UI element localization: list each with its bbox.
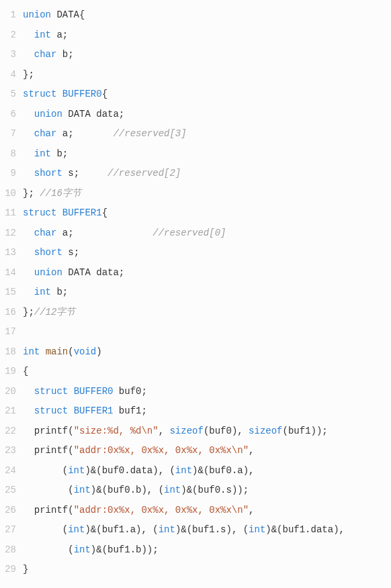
token-pl: b; (56, 49, 73, 60)
code-line: (int)&(buf1.b)); (23, 540, 391, 560)
token-kw: int (159, 524, 175, 535)
token-str: "size:%d, %d\n" (74, 426, 159, 436)
line-number: 28 (0, 540, 16, 560)
token-pl: buf0; (113, 386, 146, 397)
line-number: 22 (0, 422, 16, 442)
token-kw: char (34, 228, 57, 238)
code-line: char a; //reserved[3] (23, 124, 391, 144)
token-pl: , (249, 505, 254, 516)
code-content: union DATA{ int a; char b;};struct BUFFE… (23, 5, 391, 580)
line-number: 7 (0, 124, 16, 144)
token-pl: b; (51, 148, 68, 159)
line-number: 25 (0, 481, 16, 501)
token-cmt: //16字节 (40, 188, 81, 199)
code-line: } (23, 560, 391, 580)
token-pl (23, 267, 34, 278)
line-number: 21 (0, 401, 16, 422)
token-pl: { (102, 89, 107, 99)
token-pl: a; (51, 30, 68, 40)
token-pl: )&(buf1.data), (265, 524, 345, 535)
token-pl: s; (62, 247, 79, 258)
token-pl: a; (56, 128, 113, 139)
code-line: (int)&(buf0.data), (int)&(buf0.a), (23, 461, 391, 481)
code-line: struct BUFFER1{ (23, 203, 391, 224)
token-pl: )&(buf1.b)); (91, 544, 159, 555)
token-cmt: //12字节 (34, 307, 76, 317)
code-line: short s; //reserved[2] (23, 164, 391, 184)
token-type: BUFFER0 (74, 386, 114, 397)
token-kw: int (34, 148, 51, 159)
token-pl: )&(buf1.a), ( (85, 524, 158, 535)
line-number: 5 (0, 85, 16, 105)
line-number: 18 (0, 342, 16, 362)
token-pl: )&(buf0.data), ( (85, 465, 175, 476)
code-line: int b; (23, 144, 391, 164)
token-kw: struct (23, 207, 56, 218)
token-cmt: //reserved[2] (107, 168, 181, 179)
line-number: 11 (0, 203, 16, 224)
token-pl: ( (23, 485, 74, 495)
token-kw: union (34, 109, 62, 119)
code-line: };//12字节 (23, 303, 391, 323)
code-line: }; (23, 65, 391, 85)
line-number: 4 (0, 65, 16, 85)
token-pl: ( (23, 465, 68, 476)
token-pl: )&(buf1.s), ( (175, 524, 249, 535)
code-block: 1234567891011121314151617181920212223242… (0, 5, 391, 580)
token-type: BUFFER0 (62, 89, 102, 99)
line-number: 12 (0, 224, 16, 244)
token-pl: )&(buf0.s)); (181, 485, 249, 495)
token-pl: a; (56, 228, 153, 238)
token-pl: (buf1)); (283, 426, 328, 436)
token-kw: union (34, 267, 62, 278)
code-line: union DATA{ (23, 5, 391, 26)
token-pl: (buf0), (204, 426, 249, 436)
token-kw: int (175, 465, 192, 476)
code-line: union DATA data; (23, 263, 391, 283)
token-kw: sizeof (249, 426, 282, 436)
token-pl (68, 386, 73, 397)
token-cmt: //reserved[0] (153, 228, 226, 238)
code-line: printf("size:%d, %d\n", sizeof(buf0), si… (23, 422, 391, 442)
token-kw: void (74, 346, 97, 357)
token-pl: buf1; (113, 405, 146, 416)
token-type: BUFFER1 (62, 207, 102, 218)
line-number: 2 (0, 26, 16, 46)
token-pl (23, 49, 34, 60)
token-kw: struct (34, 405, 68, 416)
token-pl: , (159, 426, 170, 436)
line-number: 13 (0, 243, 16, 263)
token-fn: main (46, 346, 69, 357)
token-kw: int (23, 346, 40, 357)
token-pl: { (102, 207, 107, 218)
token-kw: int (68, 465, 85, 476)
line-number: 19 (0, 362, 16, 382)
token-pl: printf( (23, 445, 74, 456)
token-pl (23, 287, 34, 297)
token-pl: )&(buf0.b), ( (91, 485, 164, 495)
token-pl (23, 247, 34, 258)
line-number-gutter: 1234567891011121314151617181920212223242… (0, 5, 23, 580)
line-number: 15 (0, 283, 16, 303)
token-pl (23, 128, 34, 139)
token-pl (23, 168, 34, 179)
token-kw: int (34, 287, 51, 297)
token-pl: }; (23, 188, 40, 199)
token-pl: b; (51, 287, 68, 297)
code-line: int main(void) (23, 342, 391, 362)
code-line: struct BUFFER0{ (23, 85, 391, 105)
code-line: (int)&(buf0.b), (int)&(buf0.s)); (23, 481, 391, 501)
token-kw: short (34, 247, 62, 258)
token-pl: } (23, 564, 28, 575)
token-pl: DATA data; (62, 109, 124, 119)
token-kw: int (164, 485, 181, 495)
token-pl (56, 207, 62, 218)
token-kw: short (34, 168, 62, 179)
token-kw: struct (34, 386, 68, 397)
code-line: union DATA data; (23, 105, 391, 125)
token-pl: s; (62, 168, 107, 179)
code-line: struct BUFFER1 buf1; (23, 401, 391, 422)
token-pl: printf( (23, 426, 74, 436)
code-line: printf("addr:0x%x, 0x%x, 0x%x, 0x%x\n", (23, 501, 391, 521)
code-line: printf("addr:0x%x, 0x%x, 0x%x, 0x%x\n", (23, 441, 391, 461)
